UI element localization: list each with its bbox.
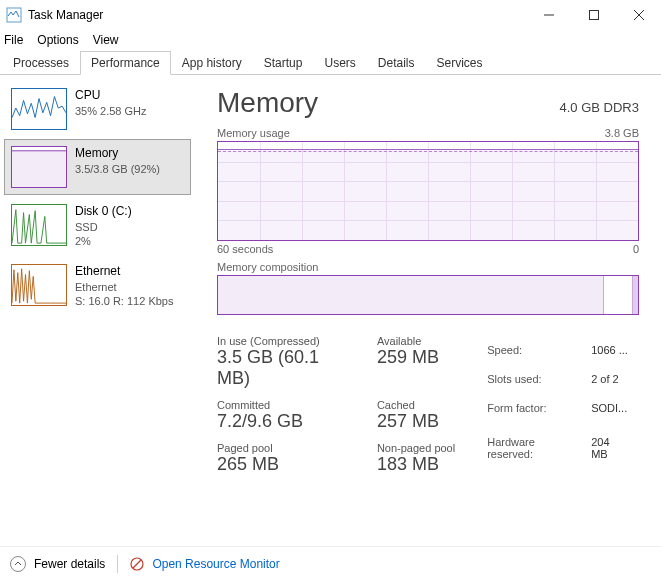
tab-processes[interactable]: Processes	[2, 51, 80, 75]
cpu-sub: 35% 2.58 GHz	[75, 104, 147, 118]
ethernet-thumb-chart	[11, 264, 67, 306]
fewer-details-link[interactable]: Fewer details	[34, 557, 105, 571]
disk-thumb-chart	[11, 204, 67, 246]
tab-app-history[interactable]: App history	[171, 51, 253, 75]
tab-startup[interactable]: Startup	[253, 51, 314, 75]
window-title: Task Manager	[28, 8, 526, 22]
composition-chart-label: Memory composition	[217, 261, 318, 273]
open-resource-monitor-link[interactable]: Open Resource Monitor	[152, 557, 279, 571]
chevron-up-icon[interactable]	[10, 556, 26, 572]
form-label: Form factor:	[487, 395, 589, 422]
title-bar: Task Manager	[0, 0, 661, 30]
usage-chart-label: Memory usage	[217, 127, 290, 139]
disk-sub1: SSD	[75, 220, 132, 234]
memory-sub: 3.5/3.8 GB (92%)	[75, 162, 160, 176]
menu-options[interactable]: Options	[37, 33, 78, 47]
reserved-value: 204 MB	[591, 423, 637, 473]
close-button[interactable]	[616, 0, 661, 30]
footer-bar: Fewer details Open Resource Monitor	[0, 546, 661, 580]
tab-performance[interactable]: Performance	[80, 51, 171, 75]
inuse-label: In use (Compressed)	[217, 335, 353, 347]
inuse-value: 3.5 GB (60.1 MB)	[217, 347, 353, 389]
sidebar: CPU 35% 2.58 GHz Memory 3.5/3.8 GB (92%)…	[0, 75, 195, 545]
usage-chart-xleft: 60 seconds	[217, 243, 273, 255]
svg-rect-2	[589, 11, 598, 20]
memory-label: Memory	[75, 146, 160, 162]
paged-value: 265 MB	[217, 454, 353, 475]
memory-thumb-chart	[11, 146, 67, 188]
tab-bar: Processes Performance App history Startu…	[0, 50, 661, 75]
maximize-button[interactable]	[571, 0, 616, 30]
cpu-thumb-chart	[11, 88, 67, 130]
memory-composition-chart	[217, 275, 639, 315]
menu-view[interactable]: View	[93, 33, 119, 47]
nonpaged-value: 183 MB	[377, 454, 455, 475]
minimize-button[interactable]	[526, 0, 571, 30]
usage-chart-max: 3.8 GB	[605, 127, 639, 139]
detail-title: Memory	[217, 87, 318, 119]
form-value: SODI...	[591, 395, 637, 422]
committed-label: Committed	[217, 399, 353, 411]
cpu-label: CPU	[75, 88, 147, 104]
window-controls	[526, 0, 661, 30]
cached-value: 257 MB	[377, 411, 455, 432]
detail-pane: Memory 4.0 GB DDR3 Memory usage 3.8 GB 6…	[195, 75, 661, 545]
memory-usage-chart	[217, 141, 639, 241]
disk-sub2: 2%	[75, 234, 132, 248]
slots-label: Slots used:	[487, 366, 589, 393]
svg-line-8	[133, 560, 141, 568]
detail-capacity: 4.0 GB DDR3	[560, 100, 639, 115]
reserved-label: Hardware reserved:	[487, 423, 589, 473]
menu-bar: File Options View	[0, 30, 661, 50]
nonpaged-label: Non-paged pool	[377, 442, 455, 454]
tab-details[interactable]: Details	[367, 51, 426, 75]
committed-value: 7.2/9.6 GB	[217, 411, 353, 432]
paged-label: Paged pool	[217, 442, 353, 454]
ethernet-label: Ethernet	[75, 264, 173, 280]
ethernet-sub2: S: 16.0 R: 112 Kbps	[75, 294, 173, 308]
speed-value: 1066 ...	[591, 337, 637, 364]
available-label: Available	[377, 335, 455, 347]
tab-services[interactable]: Services	[426, 51, 494, 75]
stats-block: In use (Compressed) 3.5 GB (60.1 MB) Ava…	[217, 335, 455, 475]
ethernet-sub1: Ethernet	[75, 280, 173, 294]
sidebar-item-memory[interactable]: Memory 3.5/3.8 GB (92%)	[4, 139, 191, 195]
divider	[117, 555, 118, 573]
sidebar-item-disk[interactable]: Disk 0 (C:) SSD 2%	[4, 197, 191, 255]
slots-value: 2 of 2	[591, 366, 637, 393]
disk-label: Disk 0 (C:)	[75, 204, 132, 220]
memory-properties: Speed:1066 ... Slots used:2 of 2 Form fa…	[485, 335, 639, 475]
svg-rect-5	[12, 151, 66, 187]
sidebar-item-cpu[interactable]: CPU 35% 2.58 GHz	[4, 81, 191, 137]
available-value: 259 MB	[377, 347, 455, 368]
content-area: CPU 35% 2.58 GHz Memory 3.5/3.8 GB (92%)…	[0, 75, 661, 545]
tab-users[interactable]: Users	[313, 51, 366, 75]
sidebar-item-ethernet[interactable]: Ethernet Ethernet S: 16.0 R: 112 Kbps	[4, 257, 191, 315]
app-icon	[6, 7, 22, 23]
cached-label: Cached	[377, 399, 455, 411]
usage-chart-xright: 0	[633, 243, 639, 255]
resource-monitor-icon	[130, 557, 144, 571]
speed-label: Speed:	[487, 337, 589, 364]
menu-file[interactable]: File	[4, 33, 23, 47]
